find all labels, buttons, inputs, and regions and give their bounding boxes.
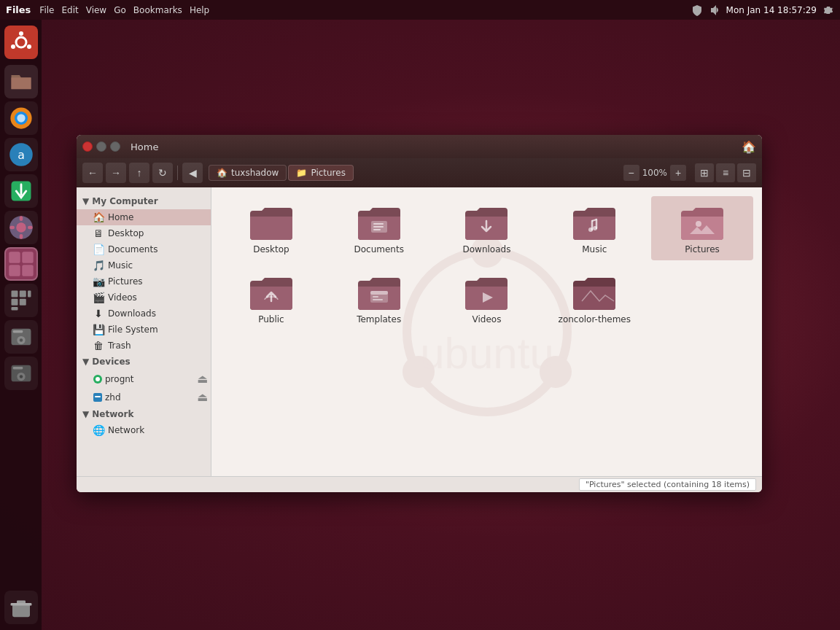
zoom-controls: − 100% + — [623, 165, 686, 181]
menu-view[interactable]: View — [86, 5, 106, 15]
breadcrumb-home[interactable]: 🏠 tuxshadow — [209, 165, 287, 181]
workspace-launcher-icon[interactable] — [4, 247, 38, 281]
list-view-button[interactable]: ≡ — [716, 163, 735, 182]
sidebar-item-trash[interactable]: 🗑 Trash — [77, 338, 211, 354]
compact-view-button[interactable]: ⊟ — [737, 163, 756, 182]
sidebar-item-zhd[interactable]: zhd ⏏ — [77, 388, 211, 406]
icon-view-button[interactable]: ⊞ — [695, 163, 714, 182]
breadcrumb-pictures[interactable]: 📁 Pictures — [288, 165, 354, 181]
home-icon[interactable]: 🏠 — [742, 140, 756, 154]
svg-rect-23 — [28, 291, 31, 298]
folder-item-downloads[interactable]: Downloads — [436, 196, 538, 260]
filesystem-sidebar-icon: 💾 — [93, 324, 104, 335]
ubuntu-icon — [8, 29, 34, 55]
sidebar-section-my-computer[interactable]: ▼ My Computer — [77, 193, 211, 209]
svg-point-52 — [593, 226, 597, 230]
svg-point-12 — [16, 222, 26, 233]
menu-help[interactable]: Help — [190, 5, 209, 15]
sidebar-item-home-label: Home — [108, 212, 133, 222]
folder-desktop-label: Desktop — [253, 244, 289, 254]
svg-point-29 — [19, 338, 23, 342]
disk2-launcher-icon[interactable] — [4, 357, 38, 390]
folder-pictures-icon — [680, 202, 725, 241]
ubuntu-logo-icon[interactable] — [4, 26, 38, 59]
folder-item-zoncolor-themes[interactable]: zoncolor-themes — [543, 266, 645, 330]
zoom-out-button[interactable]: − — [623, 165, 639, 181]
sidebar-item-desktop[interactable]: 🖥 Desktop — [77, 225, 211, 241]
svg-point-53 — [696, 221, 701, 227]
sidebar-item-filesystem[interactable]: 💾 File System — [77, 322, 211, 338]
folder-item-templates[interactable]: Templates — [328, 266, 430, 330]
history-button[interactable]: ◀ — [182, 163, 203, 183]
folder-item-pictures[interactable]: Pictures — [651, 196, 753, 260]
folder-item-documents[interactable]: Documents — [328, 196, 430, 260]
folder-videos-label: Videos — [472, 314, 502, 324]
status-text: "Pictures" selected (containing 18 items… — [579, 478, 756, 491]
eject-prognt-button[interactable]: ⏏ — [197, 372, 208, 386]
svg-rect-34 — [12, 367, 23, 369]
svg-text:ubuntu: ubuntu — [420, 329, 554, 378]
minimize-button[interactable] — [96, 141, 106, 152]
close-button[interactable] — [82, 141, 93, 152]
sidebar-item-music[interactable]: 🎵 Music — [77, 257, 211, 273]
download-icon — [8, 178, 34, 204]
launcher: a — [0, 20, 42, 630]
main-content: ▼ My Computer 🏠 Home 🖥 Desktop 📄 Documen… — [77, 187, 762, 476]
sidebar-section-network[interactable]: ▼ Network — [77, 406, 211, 422]
sidebar-item-downloads[interactable]: ⬇ Downloads — [77, 306, 211, 322]
download-launcher-icon[interactable] — [4, 174, 38, 208]
device-zhd-icon — [93, 392, 103, 402]
documents-sidebar-icon: 📄 — [93, 244, 104, 255]
sidebar-item-documents[interactable]: 📄 Documents — [77, 241, 211, 257]
appstore-launcher-icon[interactable]: a — [4, 138, 38, 171]
firefox-launcher-icon[interactable] — [4, 101, 38, 135]
sidebar-item-network[interactable]: 🌐 Network — [77, 422, 211, 438]
folder-breadcrumb-icon: 📁 — [296, 168, 307, 178]
svg-rect-30 — [12, 330, 23, 332]
disk2-icon — [8, 360, 34, 386]
folder-item-videos[interactable]: Videos — [436, 266, 538, 330]
folder-item-music[interactable]: Music — [543, 196, 645, 260]
menu-file[interactable]: File — [39, 5, 54, 15]
disk1-launcher-icon[interactable] — [4, 320, 38, 354]
svg-point-7 — [17, 114, 25, 122]
shield-icon — [691, 4, 703, 16]
menu-go[interactable]: Go — [114, 5, 126, 15]
forward-button[interactable]: → — [106, 163, 126, 183]
files-launcher-icon[interactable] — [4, 65, 38, 98]
sidebar-section-devices[interactable]: ▼ Devices — [77, 354, 211, 370]
sidebar-item-home[interactable]: 🏠 Home — [77, 209, 211, 225]
folder-item-desktop[interactable]: Desktop — [220, 196, 322, 260]
zoom-level: 100% — [642, 168, 667, 178]
folder-desktop-icon — [249, 202, 294, 241]
sidebar: ▼ My Computer 🏠 Home 🖥 Desktop 📄 Documen… — [77, 187, 211, 476]
back-button[interactable]: ← — [82, 163, 103, 183]
toolbar: ← → ↑ ↻ ◀ 🏠 tuxshadow 📁 Pictures − 100% … — [77, 158, 762, 187]
folder-item-public[interactable]: Public — [220, 266, 322, 330]
svg-rect-21 — [11, 291, 18, 298]
network-sidebar-icon: 🌐 — [93, 424, 104, 436]
up-button[interactable]: ↑ — [129, 163, 149, 183]
svg-point-3 — [27, 44, 31, 49]
pictures-sidebar-icon: 📷 — [93, 276, 104, 287]
sidebar-item-videos[interactable]: 🎬 Videos — [77, 289, 211, 306]
svg-rect-55 — [370, 291, 388, 295]
eject-zhd-button[interactable]: ⏏ — [197, 390, 208, 404]
svg-rect-48 — [373, 223, 384, 225]
maximize-button[interactable] — [110, 141, 120, 152]
trash-launcher-icon[interactable] — [4, 591, 38, 624]
menu-bookmarks[interactable]: Bookmarks — [133, 5, 182, 15]
settings-icon[interactable] — [822, 4, 834, 16]
reload-button[interactable]: ↻ — [152, 163, 173, 183]
configure-launcher-icon[interactable] — [4, 211, 38, 244]
window-controls — [82, 141, 120, 152]
folder-zoncolor-icon — [572, 272, 617, 311]
grid-launcher-icon[interactable] — [4, 284, 38, 317]
zoom-in-button[interactable]: + — [670, 165, 686, 181]
menu-edit[interactable]: Edit — [61, 5, 78, 15]
sidebar-item-pictures[interactable]: 📷 Pictures — [77, 273, 211, 289]
trash-icon — [8, 594, 34, 621]
downloads-sidebar-icon: ⬇ — [93, 308, 104, 319]
svg-rect-37 — [10, 603, 31, 606]
sidebar-item-prognt[interactable]: prognt ⏏ — [77, 370, 211, 388]
